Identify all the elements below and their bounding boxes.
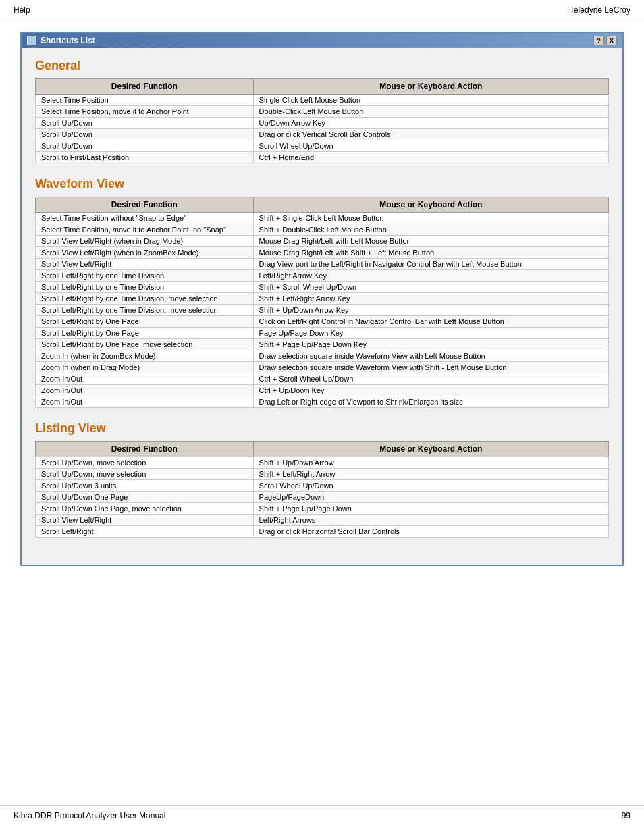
- cell-action-waveform-12: Draw selection square inside Waveform Vi…: [253, 350, 608, 362]
- cell-function-general-1: Select Time Position, move it to Anchor …: [36, 106, 254, 118]
- dialog-title-icon: [27, 36, 36, 45]
- section-title-waveform: Waveform View: [35, 177, 609, 191]
- close-button[interactable]: X: [606, 36, 617, 45]
- cell-function-general-5: Scroll to First/Last Position: [36, 152, 254, 163]
- dialog-title: Shortcuts List: [41, 36, 95, 45]
- table-row: Select Time Position, move it to Anchor …: [36, 106, 609, 118]
- cell-action-waveform-16: Drag Left or Right edge of Viewport to S…: [253, 396, 608, 408]
- table-row: Scroll Up/DownDrag or click Vertical Scr…: [36, 129, 609, 140]
- table-row: Scroll View Left/Right (when in Drag Mod…: [36, 236, 609, 247]
- cell-action-listing-0: Shift + Up/Down Arrow: [253, 457, 608, 469]
- col-header-function-listing: Desired Function: [36, 442, 254, 457]
- cell-function-waveform-14: Zoom In/Out: [36, 373, 254, 385]
- cell-action-listing-5: Left/Right Arrows: [253, 515, 608, 526]
- cell-function-waveform-2: Scroll View Left/Right (when in Drag Mod…: [36, 236, 254, 247]
- cell-action-waveform-5: Left/Right Arrow Key: [253, 270, 608, 282]
- cell-action-waveform-0: Shift + Single-Click Left Mouse Button: [253, 213, 608, 224]
- table-row: Scroll Left/Right by One PagePage Up/Pag…: [36, 328, 609, 339]
- cell-function-general-2: Scroll Up/Down: [36, 118, 254, 129]
- cell-function-waveform-10: Scroll Left/Right by One Page: [36, 328, 254, 339]
- cell-function-waveform-7: Scroll Left/Right by one Time Division, …: [36, 293, 254, 305]
- col-header-action-general: Mouse or Keyboard Action: [253, 79, 608, 95]
- table-row: Scroll Up/Down, move selectionShift + Le…: [36, 469, 609, 480]
- dialog-controls: ? X: [593, 36, 617, 45]
- cell-action-waveform-7: Shift + Left/Right Arrow Key: [253, 293, 608, 305]
- cell-action-waveform-13: Draw selection square inside Waveform Vi…: [253, 362, 608, 373]
- table-waveform: Desired FunctionMouse or Keyboard Action…: [35, 197, 609, 408]
- dialog-title-area: Shortcuts List: [27, 36, 95, 45]
- cell-action-general-2: Up/Down Arrow Key: [253, 118, 608, 129]
- table-row: Scroll Left/Right by One Page, move sele…: [36, 339, 609, 350]
- cell-function-waveform-16: Zoom In/Out: [36, 396, 254, 408]
- col-header-action-listing: Mouse or Keyboard Action: [253, 442, 608, 457]
- page-content: Shortcuts List ? X GeneralDesired Functi…: [0, 18, 644, 593]
- page-footer: Kibra DDR Protocol Analyzer User Manual …: [0, 805, 644, 820]
- table-row: Zoom In (when in ZoomBox Mode)Draw selec…: [36, 350, 609, 362]
- help-button[interactable]: ?: [593, 36, 604, 45]
- page-header: Help Teledyne LeCroy: [0, 0, 644, 18]
- table-row: Scroll Up/Down One Page, move selectionS…: [36, 503, 609, 515]
- cell-action-waveform-10: Page Up/Page Down Key: [253, 328, 608, 339]
- cell-action-listing-6: Drag or click Horizontal Scroll Bar Cont…: [253, 526, 608, 538]
- table-row: Scroll Up/Down 3 unitsScroll Wheel Up/Do…: [36, 480, 609, 492]
- table-row: Select Time PositionSingle-Click Left Mo…: [36, 95, 609, 106]
- table-row: Zoom In/OutCtrl + Up/Down Key: [36, 385, 609, 396]
- table-row: Scroll View Left/Right (when in ZoomBox …: [36, 247, 609, 259]
- cell-action-listing-1: Shift + Left/Right Arrow: [253, 469, 608, 480]
- cell-function-waveform-6: Scroll Left/Right by one Time Division: [36, 282, 254, 293]
- cell-action-waveform-14: Ctrl + Scroll Wheel Up/Down: [253, 373, 608, 385]
- cell-action-waveform-6: Shift + Scroll Wheel Up/Down: [253, 282, 608, 293]
- cell-function-listing-1: Scroll Up/Down, move selection: [36, 469, 254, 480]
- shortcuts-dialog: Shortcuts List ? X GeneralDesired Functi…: [20, 32, 624, 566]
- cell-action-general-4: Scroll Wheel Up/Down: [253, 140, 608, 152]
- table-row: Scroll Left/Right by one Time Division, …: [36, 293, 609, 305]
- col-header-action-waveform: Mouse or Keyboard Action: [253, 197, 608, 213]
- cell-function-listing-0: Scroll Up/Down, move selection: [36, 457, 254, 469]
- table-row: Scroll Up/DownUp/Down Arrow Key: [36, 118, 609, 129]
- table-listing: Desired FunctionMouse or Keyboard Action…: [35, 441, 609, 538]
- table-row: Scroll View Left/RightDrag View-port to …: [36, 259, 609, 270]
- table-row: Scroll Left/Right by one Time DivisionSh…: [36, 282, 609, 293]
- cell-function-waveform-13: Zoom In (when in Drag Mode): [36, 362, 254, 373]
- table-row: Scroll Left/Right by one Time DivisionLe…: [36, 270, 609, 282]
- cell-function-waveform-12: Zoom In (when in ZoomBox Mode): [36, 350, 254, 362]
- cell-function-general-0: Select Time Position: [36, 95, 254, 106]
- footer-left: Kibra DDR Protocol Analyzer User Manual: [14, 811, 165, 820]
- cell-function-waveform-4: Scroll View Left/Right: [36, 259, 254, 270]
- table-row: Scroll Left/Right by one Time Division, …: [36, 305, 609, 316]
- cell-function-general-4: Scroll Up/Down: [36, 140, 254, 152]
- col-header-function-general: Desired Function: [36, 79, 254, 95]
- table-row: Scroll Up/Down, move selectionShift + Up…: [36, 457, 609, 469]
- footer-right: 99: [622, 811, 630, 820]
- cell-action-listing-2: Scroll Wheel Up/Down: [253, 480, 608, 492]
- cell-function-waveform-3: Scroll View Left/Right (when in ZoomBox …: [36, 247, 254, 259]
- header-left: Help: [14, 5, 30, 15]
- table-row: Scroll Up/Down One PagePageUp/PageDown: [36, 492, 609, 503]
- table-row: Scroll to First/Last PositionCtrl + Home…: [36, 152, 609, 163]
- cell-action-waveform-2: Mouse Drag Right/Left with Left Mouse Bu…: [253, 236, 608, 247]
- cell-action-waveform-8: Shift + Up/Down Arrow Key: [253, 305, 608, 316]
- section-title-listing: Listing View: [35, 421, 609, 436]
- cell-function-listing-4: Scroll Up/Down One Page, move selection: [36, 503, 254, 515]
- table-row: Zoom In (when in Drag Mode)Draw selectio…: [36, 362, 609, 373]
- table-row: Scroll View Left/RightLeft/Right Arrows: [36, 515, 609, 526]
- cell-action-general-3: Drag or click Vertical Scroll Bar Contro…: [253, 129, 608, 140]
- table-row: Scroll Left/RightDrag or click Horizonta…: [36, 526, 609, 538]
- dialog-titlebar: Shortcuts List ? X: [22, 33, 622, 48]
- cell-action-listing-3: PageUp/PageDown: [253, 492, 608, 503]
- table-row: Zoom In/OutCtrl + Scroll Wheel Up/Down: [36, 373, 609, 385]
- dialog-body: GeneralDesired FunctionMouse or Keyboard…: [22, 48, 622, 565]
- table-row: Select Time Position, move it to Anchor …: [36, 224, 609, 236]
- cell-function-waveform-15: Zoom In/Out: [36, 385, 254, 396]
- cell-function-waveform-9: Scroll Left/Right by One Page: [36, 316, 254, 328]
- table-row: Scroll Left/Right by One PageClick on Le…: [36, 316, 609, 328]
- cell-function-listing-5: Scroll View Left/Right: [36, 515, 254, 526]
- cell-function-listing-2: Scroll Up/Down 3 units: [36, 480, 254, 492]
- table-row: Zoom In/OutDrag Left or Right edge of Vi…: [36, 396, 609, 408]
- cell-action-waveform-4: Drag View-port to the Left/Right in Navi…: [253, 259, 608, 270]
- cell-function-listing-6: Scroll Left/Right: [36, 526, 254, 538]
- cell-action-general-5: Ctrl + Home/End: [253, 152, 608, 163]
- cell-action-waveform-11: Shift + Page Up/Page Down Key: [253, 339, 608, 350]
- table-row: Scroll Up/DownScroll Wheel Up/Down: [36, 140, 609, 152]
- table-row: Select Time Position without "Snap to Ed…: [36, 213, 609, 224]
